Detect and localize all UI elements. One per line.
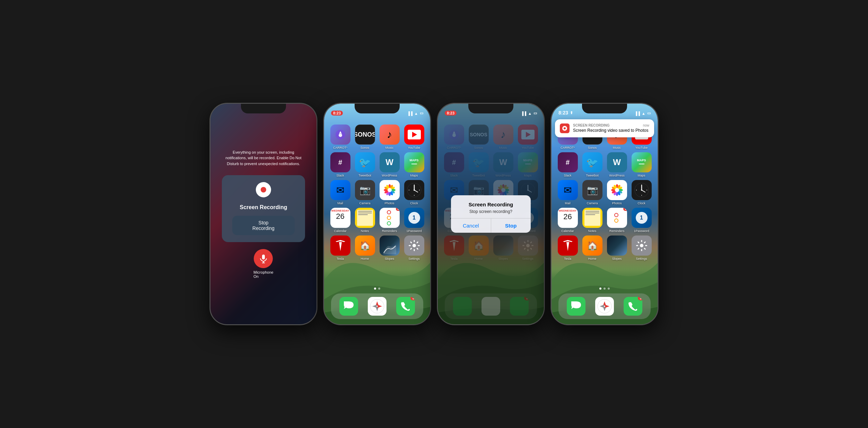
app-slopes[interactable]: Slopes — [379, 236, 400, 260]
app4-photos[interactable]: Photos — [606, 180, 628, 205]
app-reminders[interactable]: 2 — [379, 208, 400, 233]
app4-settings[interactable]: Settings — [631, 236, 652, 260]
status-time-badge-3: 8:23 — [445, 111, 457, 115]
status-icons-3: ▐▐ ▲ ▭ — [521, 111, 537, 115]
status-time-badge-2: 8:23 — [331, 111, 343, 115]
svg-point-97 — [641, 195, 642, 196]
dialog-cancel-button[interactable]: Cancel — [451, 219, 491, 233]
dialog-stop-button[interactable]: Stop — [491, 219, 531, 233]
app-mail-label: Mail — [337, 202, 343, 205]
app-notes[interactable]: Notes — [354, 208, 376, 233]
page-dot-2-4 — [604, 288, 606, 290]
screen-recording-label: Screen Recording — [240, 204, 287, 211]
clock-svg — [407, 182, 422, 198]
app-wordpress[interactable]: W WordPress — [379, 152, 400, 177]
app-sonos[interactable]: SONOS Sonos — [354, 125, 376, 149]
app4-camera[interactable]: 📷Camera — [581, 180, 603, 205]
app-slopes-label: Slopes — [385, 257, 394, 260]
app4-clock[interactable]: Clock — [631, 180, 652, 205]
app-clock[interactable]: Clock — [403, 180, 425, 205]
dock-phone[interactable]: 3 — [396, 297, 415, 316]
svg-rect-104 — [644, 248, 646, 250]
svg-rect-108 — [637, 241, 639, 243]
app4-slack[interactable]: #Slack — [557, 152, 579, 177]
app4-home[interactable]: 🏠Home — [581, 236, 603, 260]
phone-3-screen: 8:23 ▐▐ ▲ ▭ CARROTˢ SONOSSonos ♪Music Yo… — [438, 104, 544, 324]
app4-tesla[interactable]: Tesla — [557, 236, 579, 260]
app-notes-label: Notes — [361, 229, 369, 233]
app-music-label: Music — [385, 146, 394, 149]
svg-rect-33 — [414, 249, 415, 251]
page-dots-2 — [324, 288, 430, 290]
page-dot-3-4 — [608, 288, 610, 290]
notification-banner[interactable]: SCREEN RECORDING now Screen Recording vi… — [555, 119, 654, 137]
app-youtube[interactable]: YouTube — [403, 125, 425, 149]
app-tweetbot[interactable]: 🐦 Tweetbot — [354, 152, 376, 177]
svg-rect-102 — [644, 241, 646, 243]
app4-notes[interactable]: Notes — [581, 208, 603, 233]
app-music[interactable]: ♪ Music — [379, 125, 400, 149]
app4-calendar[interactable]: WEDNESDAY26Calendar — [557, 208, 579, 233]
notif-time: now — [643, 123, 649, 127]
app-camera[interactable]: 📷 Camera — [354, 180, 376, 205]
app-calendar[interactable]: WEDNESDAY 26 Calendar — [329, 208, 351, 233]
dialog-overlay: Screen Recording Stop screen recording? … — [438, 104, 544, 324]
dialog-buttons: Cancel Stop — [451, 218, 531, 233]
svg-rect-36 — [410, 241, 412, 243]
page-dot-active — [374, 288, 376, 290]
svg-rect-0 — [262, 255, 265, 259]
app4-reminders[interactable]: 2Reminders — [606, 208, 628, 233]
svg-point-26 — [409, 190, 409, 190]
recording-button-group: Screen Recording Stop Recording — [222, 175, 305, 242]
mic-icon — [260, 254, 267, 263]
svg-point-24 — [414, 185, 415, 185]
messages-svg — [343, 300, 355, 312]
recording-overlay: Everything on your screen, including not… — [210, 104, 316, 324]
app-maps[interactable]: MAPS━━━ Maps — [403, 152, 425, 177]
phone-2-screen: 8:23 ▐▐ ▲ ▭ CARRO — [324, 104, 430, 324]
carrot-svg — [334, 128, 347, 141]
dock-safari[interactable] — [368, 297, 387, 316]
battery-icon: ▭ — [420, 111, 423, 115]
wifi-icon-4: ▲ — [642, 111, 645, 115]
mic-button[interactable]: MicrophoneOn — [253, 249, 273, 279]
svg-point-25 — [414, 195, 415, 196]
app-1password[interactable]: 1 1Password — [403, 208, 425, 233]
app4-maps[interactable]: MAPS━━━Maps — [631, 152, 652, 177]
app-carrot[interactable]: CARROTˢ — [329, 125, 351, 149]
page-dot-active-4 — [599, 288, 601, 290]
svg-rect-106 — [637, 248, 639, 250]
cal-day: 26 — [336, 213, 344, 220]
app-maps-label: Maps — [410, 174, 418, 177]
signal-icon-4: ▐▐ — [635, 111, 640, 115]
battery-icon-3: ▭ — [533, 111, 537, 115]
app4-tweetbot[interactable]: 🐦Tweetbot — [581, 152, 603, 177]
dialog-message: Stop screen recording? — [457, 209, 525, 214]
phone-4: 8:23 ⬆ ▐▐ ▲ ▭ SCREEN RECORD — [551, 103, 658, 325]
stop-recording-dialog: Screen Recording Stop screen recording? … — [451, 195, 531, 233]
app-settings[interactable]: Settings — [403, 236, 425, 260]
app-sonos-label: Sonos — [361, 146, 370, 149]
dock-messages[interactable] — [339, 297, 358, 316]
svg-point-27 — [419, 190, 420, 190]
app-photos-label: Photos — [384, 202, 394, 205]
dock4-safari[interactable] — [595, 297, 614, 316]
dock4-messages[interactable] — [567, 297, 585, 316]
app4-wordpress[interactable]: WWordPress — [606, 152, 628, 177]
app-mail[interactable]: ✉ Mail — [329, 180, 351, 205]
app-tesla-label: Tesla — [337, 257, 344, 260]
dock4-phone[interactable]: 3 — [624, 297, 642, 316]
app-slack[interactable]: # Slack — [329, 152, 351, 177]
app-wordpress-label: WordPress — [382, 174, 397, 177]
app-home[interactable]: 🏠 Home — [354, 236, 376, 260]
stop-recording-button[interactable]: Stop Recording — [232, 216, 295, 235]
app4-slopes[interactable]: Slopes — [606, 236, 628, 260]
svg-rect-35 — [409, 245, 411, 246]
svg-point-100 — [640, 244, 643, 247]
app4-1password[interactable]: 11Password — [631, 208, 652, 233]
phone-3: 8:23 ▐▐ ▲ ▭ CARROTˢ SONOSSonos ♪Music Yo… — [437, 103, 545, 325]
app-photos[interactable]: Photos — [379, 180, 400, 205]
app-tesla[interactable]: Tesla — [329, 236, 351, 260]
app4-mail[interactable]: ✉Mail — [557, 180, 579, 205]
mic-circle — [254, 249, 273, 268]
